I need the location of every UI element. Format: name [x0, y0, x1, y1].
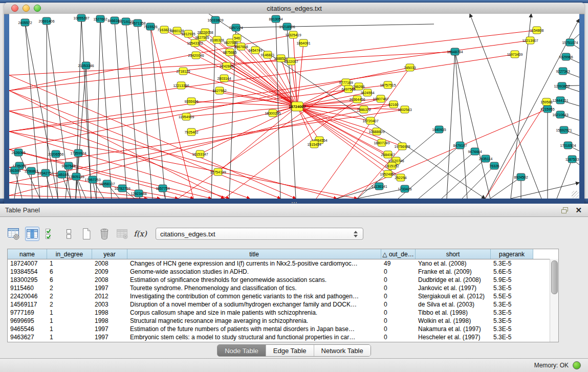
graph-edge[interactable]: [31, 171, 32, 199]
network-file-select[interactable]: citations_edges.txt: [156, 228, 363, 240]
graph-node[interactable]: 16033809: [207, 16, 223, 24]
graph-node[interactable]: 159588: [540, 98, 552, 105]
table-row[interactable]: 946362711997Embryonic stem cells: a mode…: [8, 333, 558, 341]
graph-edge[interactable]: [9, 75, 296, 199]
graph-node[interactable]: 1002543: [398, 106, 411, 113]
graph-edge[interactable]: [276, 19, 280, 199]
graph-node[interactable]: 7163822: [157, 26, 171, 33]
table-row[interactable]: 977716911998Corpus callosum shape and si…: [8, 309, 558, 317]
graph-node[interactable]: 12342757: [37, 169, 53, 177]
close-window-button[interactable]: [11, 5, 18, 12]
graph-node[interactable]: 8186328: [210, 36, 224, 43]
graph-node[interactable]: 2405572: [18, 19, 32, 26]
graph-node[interactable]: 14136141: [371, 183, 387, 190]
graph-edge[interactable]: [202, 37, 297, 106]
graph-node[interactable]: 7986372: [357, 106, 371, 113]
graph-edge[interactable]: [557, 159, 572, 199]
graph-node[interactable]: 20691406: [38, 17, 54, 25]
graph-node[interactable]: 12754139: [210, 168, 226, 176]
graph-node[interactable]: 12213907: [522, 37, 538, 44]
graph-edge[interactable]: [297, 43, 303, 106]
graph-node[interactable]: 10807487: [373, 95, 388, 102]
rows-icon[interactable]: [62, 227, 75, 240]
graph-edge[interactable]: [138, 23, 153, 199]
minimize-window-button[interactable]: [23, 5, 30, 12]
graph-node[interactable]: 7857224: [229, 24, 243, 31]
graph-edge[interactable]: [76, 18, 81, 199]
graph-node[interactable]: 1733426: [398, 185, 411, 192]
graph-node[interactable]: 7925402: [184, 128, 198, 136]
graph-node[interactable]: 3624554: [360, 89, 374, 96]
zoom-window-button[interactable]: [34, 5, 41, 12]
graph-node[interactable]: 16782759: [114, 185, 130, 192]
column-header-pagerank[interactable]: pagerank: [491, 249, 533, 259]
select-column-icon[interactable]: [25, 227, 39, 241]
graph-edge[interactable]: [455, 52, 490, 199]
column-header-title[interactable]: title: [127, 249, 381, 259]
window-titlebar[interactable]: citations_edges.txt: [4, 3, 584, 14]
graph-node[interactable]: 391594: [9, 167, 21, 174]
graph-node[interactable]: 9227343: [556, 68, 570, 75]
graph-node[interactable]: 16210643: [552, 111, 568, 118]
graph-node[interactable]: 17359924: [70, 149, 86, 157]
table-row[interactable]: 969969511998Structural magnetic resonanc…: [8, 317, 558, 325]
network-canvas[interactable]: 2405572206914061065528715276028466160107…: [9, 14, 579, 199]
graph-node[interactable]: 1145193: [55, 171, 69, 178]
table-row[interactable]: 1872400712008Changes of HCN gene express…: [8, 259, 558, 268]
table-row[interactable]: 911546021997Tourette syndrome. Phenomeno…: [8, 284, 558, 292]
graph-edge[interactable]: [455, 52, 467, 199]
graph-node[interactable]: 18757515: [380, 81, 396, 89]
graph-edge[interactable]: [100, 19, 112, 199]
graph-node[interactable]: 21053346: [78, 62, 94, 69]
graph-edge[interactable]: [115, 20, 127, 199]
close-panel-icon[interactable]: ✕: [575, 207, 582, 214]
graph-node[interactable]: 546: [233, 34, 241, 41]
column-header-name[interactable]: name: [8, 249, 47, 259]
table-row[interactable]: 946554611997Estimation of the future num…: [8, 325, 558, 333]
graph-edge[interactable]: [485, 19, 579, 199]
graph-node[interactable]: 2803144: [217, 75, 231, 82]
table-settings-icon[interactable]: [7, 227, 20, 240]
graph-node[interactable]: 12444151: [552, 97, 568, 104]
graph-node[interactable]: 8813054: [269, 15, 282, 23]
graph-node[interactable]: 11973439: [507, 51, 523, 58]
graph-node[interactable]: 19218506: [279, 23, 295, 30]
tab-node-table[interactable]: Node Table: [217, 345, 266, 356]
graph-edge[interactable]: [447, 52, 455, 199]
graph-edge[interactable]: [224, 78, 297, 106]
tab-edge-table[interactable]: Edge Table: [266, 345, 314, 356]
graph-edge[interactable]: [15, 170, 22, 199]
new-document-icon[interactable]: [80, 227, 93, 240]
graph-node[interactable]: 10655287: [73, 14, 89, 21]
graph-node[interactable]: 1156863: [25, 167, 38, 174]
graph-node[interactable]: 16648784: [447, 48, 463, 55]
graph-node[interactable]: 252254: [395, 174, 406, 181]
graph-edge[interactable]: [9, 91, 224, 199]
graph-edge[interactable]: [442, 159, 486, 199]
float-panel-icon[interactable]: [561, 207, 569, 214]
table-scrollbar[interactable]: [550, 259, 558, 342]
graph-edge[interactable]: [195, 43, 297, 106]
graph-node[interactable]: 15692971: [556, 126, 572, 134]
column-checks-icon[interactable]: [44, 227, 57, 240]
column-header-year[interactable]: year: [92, 249, 127, 259]
graph-node[interactable]: 2718126: [176, 68, 190, 75]
function-icon[interactable]: f(x): [134, 227, 147, 240]
graph-node[interactable]: 8479197: [453, 142, 467, 149]
graph-node[interactable]: 1187533: [565, 156, 579, 163]
graph-node[interactable]: 10688609: [368, 128, 384, 135]
memory-ok-indicator[interactable]: [573, 361, 581, 369]
table-row[interactable]: 1938455462009Genome-wide association stu…: [8, 268, 558, 276]
graph-edge[interactable]: [236, 24, 434, 28]
graph-node[interactable]: 17957253: [84, 176, 100, 183]
graph-node[interactable]: 12093852: [554, 82, 570, 90]
graph-node[interactable]: 9097548: [61, 162, 75, 169]
table-scrollbar-thumb[interactable]: [551, 260, 558, 294]
window-resize-grip[interactable]: [572, 191, 579, 198]
delete-icon[interactable]: [98, 227, 111, 240]
graph-edge[interactable]: [9, 110, 405, 167]
graph-node[interactable]: 12213356: [173, 82, 189, 89]
graph-node[interactable]: 17016504: [560, 142, 576, 149]
graph-node[interactable]: 19524851: [380, 170, 396, 178]
graph-edge[interactable]: [297, 106, 392, 166]
